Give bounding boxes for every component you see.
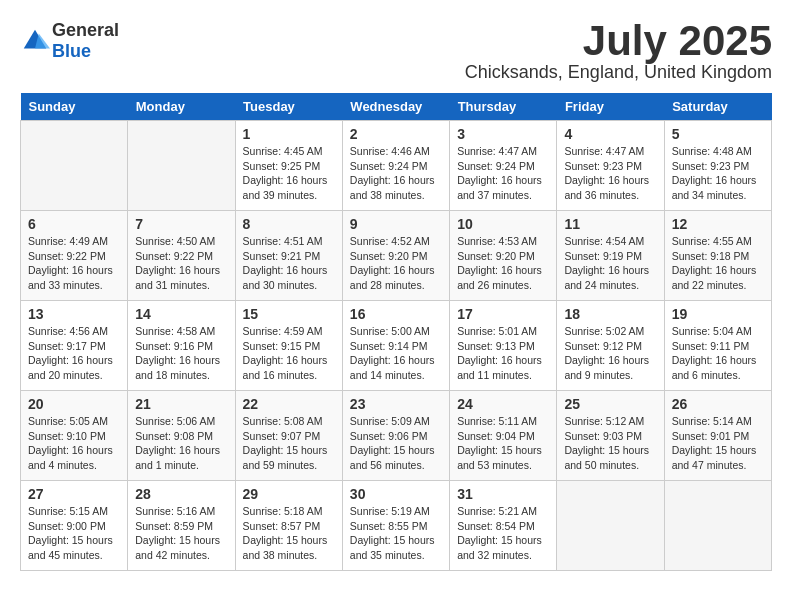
calendar-cell: 10Sunrise: 4:53 AMSunset: 9:20 PMDayligh… <box>450 211 557 301</box>
header-row: SundayMondayTuesdayWednesdayThursdayFrid… <box>21 93 772 121</box>
logo-general: General <box>52 20 119 40</box>
day-number: 11 <box>564 216 656 232</box>
calendar-cell: 23Sunrise: 5:09 AMSunset: 9:06 PMDayligh… <box>342 391 449 481</box>
day-number: 16 <box>350 306 442 322</box>
week-row-5: 27Sunrise: 5:15 AMSunset: 9:00 PMDayligh… <box>21 481 772 571</box>
day-detail: Sunrise: 4:58 AMSunset: 9:16 PMDaylight:… <box>135 324 227 383</box>
day-detail: Sunrise: 4:50 AMSunset: 9:22 PMDaylight:… <box>135 234 227 293</box>
calendar-cell: 7Sunrise: 4:50 AMSunset: 9:22 PMDaylight… <box>128 211 235 301</box>
calendar-cell: 31Sunrise: 5:21 AMSunset: 8:54 PMDayligh… <box>450 481 557 571</box>
calendar-cell: 12Sunrise: 4:55 AMSunset: 9:18 PMDayligh… <box>664 211 771 301</box>
day-detail: Sunrise: 4:51 AMSunset: 9:21 PMDaylight:… <box>243 234 335 293</box>
day-detail: Sunrise: 5:14 AMSunset: 9:01 PMDaylight:… <box>672 414 764 473</box>
day-number: 2 <box>350 126 442 142</box>
day-number: 15 <box>243 306 335 322</box>
day-number: 8 <box>243 216 335 232</box>
calendar-cell <box>128 121 235 211</box>
header-cell-thursday: Thursday <box>450 93 557 121</box>
header-cell-saturday: Saturday <box>664 93 771 121</box>
calendar-cell: 6Sunrise: 4:49 AMSunset: 9:22 PMDaylight… <box>21 211 128 301</box>
calendar-cell: 24Sunrise: 5:11 AMSunset: 9:04 PMDayligh… <box>450 391 557 481</box>
calendar-cell: 20Sunrise: 5:05 AMSunset: 9:10 PMDayligh… <box>21 391 128 481</box>
calendar-cell: 11Sunrise: 4:54 AMSunset: 9:19 PMDayligh… <box>557 211 664 301</box>
week-row-3: 13Sunrise: 4:56 AMSunset: 9:17 PMDayligh… <box>21 301 772 391</box>
calendar-cell <box>21 121 128 211</box>
calendar-cell: 3Sunrise: 4:47 AMSunset: 9:24 PMDaylight… <box>450 121 557 211</box>
week-row-2: 6Sunrise: 4:49 AMSunset: 9:22 PMDaylight… <box>21 211 772 301</box>
calendar-cell: 21Sunrise: 5:06 AMSunset: 9:08 PMDayligh… <box>128 391 235 481</box>
day-detail: Sunrise: 5:09 AMSunset: 9:06 PMDaylight:… <box>350 414 442 473</box>
calendar-cell: 14Sunrise: 4:58 AMSunset: 9:16 PMDayligh… <box>128 301 235 391</box>
month-title: July 2025 <box>465 20 772 62</box>
calendar-body: 1Sunrise: 4:45 AMSunset: 9:25 PMDaylight… <box>21 121 772 571</box>
calendar-cell: 8Sunrise: 4:51 AMSunset: 9:21 PMDaylight… <box>235 211 342 301</box>
day-number: 20 <box>28 396 120 412</box>
day-number: 5 <box>672 126 764 142</box>
day-number: 1 <box>243 126 335 142</box>
day-number: 27 <box>28 486 120 502</box>
day-detail: Sunrise: 5:04 AMSunset: 9:11 PMDaylight:… <box>672 324 764 383</box>
header-cell-sunday: Sunday <box>21 93 128 121</box>
day-detail: Sunrise: 4:47 AMSunset: 9:23 PMDaylight:… <box>564 144 656 203</box>
calendar-table: SundayMondayTuesdayWednesdayThursdayFrid… <box>20 93 772 571</box>
day-number: 31 <box>457 486 549 502</box>
calendar-cell: 26Sunrise: 5:14 AMSunset: 9:01 PMDayligh… <box>664 391 771 481</box>
day-detail: Sunrise: 4:55 AMSunset: 9:18 PMDaylight:… <box>672 234 764 293</box>
day-detail: Sunrise: 5:11 AMSunset: 9:04 PMDaylight:… <box>457 414 549 473</box>
calendar-cell: 16Sunrise: 5:00 AMSunset: 9:14 PMDayligh… <box>342 301 449 391</box>
day-number: 17 <box>457 306 549 322</box>
calendar-cell: 9Sunrise: 4:52 AMSunset: 9:20 PMDaylight… <box>342 211 449 301</box>
day-number: 14 <box>135 306 227 322</box>
day-detail: Sunrise: 5:08 AMSunset: 9:07 PMDaylight:… <box>243 414 335 473</box>
day-detail: Sunrise: 5:21 AMSunset: 8:54 PMDaylight:… <box>457 504 549 563</box>
day-number: 3 <box>457 126 549 142</box>
logo-text: General Blue <box>52 20 119 62</box>
day-number: 13 <box>28 306 120 322</box>
header-cell-friday: Friday <box>557 93 664 121</box>
week-row-4: 20Sunrise: 5:05 AMSunset: 9:10 PMDayligh… <box>21 391 772 481</box>
calendar-cell: 27Sunrise: 5:15 AMSunset: 9:00 PMDayligh… <box>21 481 128 571</box>
day-number: 9 <box>350 216 442 232</box>
day-detail: Sunrise: 4:47 AMSunset: 9:24 PMDaylight:… <box>457 144 549 203</box>
header-cell-tuesday: Tuesday <box>235 93 342 121</box>
calendar-cell: 15Sunrise: 4:59 AMSunset: 9:15 PMDayligh… <box>235 301 342 391</box>
calendar-cell: 1Sunrise: 4:45 AMSunset: 9:25 PMDaylight… <box>235 121 342 211</box>
logo-blue: Blue <box>52 41 91 61</box>
day-detail: Sunrise: 4:53 AMSunset: 9:20 PMDaylight:… <box>457 234 549 293</box>
day-detail: Sunrise: 5:05 AMSunset: 9:10 PMDaylight:… <box>28 414 120 473</box>
day-detail: Sunrise: 4:54 AMSunset: 9:19 PMDaylight:… <box>564 234 656 293</box>
calendar-header: SundayMondayTuesdayWednesdayThursdayFrid… <box>21 93 772 121</box>
day-number: 12 <box>672 216 764 232</box>
day-number: 29 <box>243 486 335 502</box>
day-detail: Sunrise: 4:46 AMSunset: 9:24 PMDaylight:… <box>350 144 442 203</box>
day-detail: Sunrise: 4:56 AMSunset: 9:17 PMDaylight:… <box>28 324 120 383</box>
day-number: 26 <box>672 396 764 412</box>
calendar-cell: 22Sunrise: 5:08 AMSunset: 9:07 PMDayligh… <box>235 391 342 481</box>
day-detail: Sunrise: 4:52 AMSunset: 9:20 PMDaylight:… <box>350 234 442 293</box>
calendar-cell: 13Sunrise: 4:56 AMSunset: 9:17 PMDayligh… <box>21 301 128 391</box>
day-detail: Sunrise: 5:06 AMSunset: 9:08 PMDaylight:… <box>135 414 227 473</box>
calendar-cell: 18Sunrise: 5:02 AMSunset: 9:12 PMDayligh… <box>557 301 664 391</box>
calendar-cell: 2Sunrise: 4:46 AMSunset: 9:24 PMDaylight… <box>342 121 449 211</box>
calendar-cell: 25Sunrise: 5:12 AMSunset: 9:03 PMDayligh… <box>557 391 664 481</box>
calendar-cell: 28Sunrise: 5:16 AMSunset: 8:59 PMDayligh… <box>128 481 235 571</box>
day-number: 21 <box>135 396 227 412</box>
day-number: 28 <box>135 486 227 502</box>
day-number: 23 <box>350 396 442 412</box>
day-number: 4 <box>564 126 656 142</box>
day-number: 19 <box>672 306 764 322</box>
day-detail: Sunrise: 5:00 AMSunset: 9:14 PMDaylight:… <box>350 324 442 383</box>
day-detail: Sunrise: 5:19 AMSunset: 8:55 PMDaylight:… <box>350 504 442 563</box>
day-detail: Sunrise: 5:01 AMSunset: 9:13 PMDaylight:… <box>457 324 549 383</box>
day-number: 24 <box>457 396 549 412</box>
day-detail: Sunrise: 5:02 AMSunset: 9:12 PMDaylight:… <box>564 324 656 383</box>
location-title: Chicksands, England, United Kingdom <box>465 62 772 83</box>
calendar-cell <box>664 481 771 571</box>
day-number: 6 <box>28 216 120 232</box>
calendar-cell <box>557 481 664 571</box>
calendar-cell: 4Sunrise: 4:47 AMSunset: 9:23 PMDaylight… <box>557 121 664 211</box>
day-detail: Sunrise: 5:12 AMSunset: 9:03 PMDaylight:… <box>564 414 656 473</box>
day-detail: Sunrise: 5:15 AMSunset: 9:00 PMDaylight:… <box>28 504 120 563</box>
day-number: 10 <box>457 216 549 232</box>
calendar-cell: 29Sunrise: 5:18 AMSunset: 8:57 PMDayligh… <box>235 481 342 571</box>
